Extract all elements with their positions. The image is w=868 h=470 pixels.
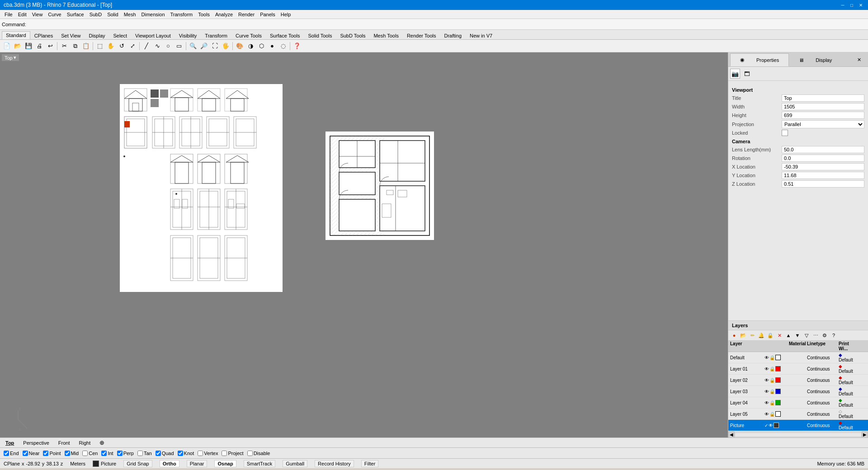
scroll-right-arrow[interactable]: ▶ bbox=[862, 432, 868, 438]
zoom-all-icon[interactable]: ⛶ bbox=[210, 41, 220, 51]
layer-color-swatch[interactable] bbox=[775, 389, 781, 394]
viewport-label[interactable]: Top ▾ bbox=[2, 54, 19, 61]
osnap-checkbox-int[interactable] bbox=[101, 451, 107, 456]
menu-item-view[interactable]: View bbox=[29, 10, 46, 19]
list-item[interactable]: Layer 04 👁 🔒 Continuous ◆ Default bbox=[728, 397, 868, 409]
layer-lock-icon[interactable]: 🔒 bbox=[769, 412, 775, 417]
toolbar-tab-select[interactable]: Select bbox=[109, 32, 132, 39]
filter-icon[interactable]: ▽ bbox=[802, 331, 811, 339]
osnap-checkbox-tan[interactable] bbox=[137, 451, 143, 456]
osnap-checkbox-end[interactable] bbox=[4, 451, 9, 456]
menu-item-file[interactable]: File bbox=[2, 10, 15, 19]
toolbar-tab-new-in-v7[interactable]: New in V7 bbox=[466, 32, 496, 39]
record-history-button[interactable]: Record History bbox=[315, 460, 354, 467]
osnap-button[interactable]: Osnap bbox=[214, 460, 236, 467]
layer-visible-icon[interactable]: 👁 bbox=[764, 389, 769, 394]
filter-button[interactable]: Filter bbox=[361, 460, 378, 467]
rendered-icon[interactable]: ● bbox=[267, 41, 277, 51]
toolbar-tab-drafting[interactable]: Drafting bbox=[440, 32, 466, 39]
undo-icon[interactable]: ↩ bbox=[45, 41, 55, 51]
menu-item-transform[interactable]: Transform bbox=[168, 10, 196, 19]
list-item[interactable]: Picture ✓ 👁 Continuous ◆ Default bbox=[728, 420, 868, 431]
open-layers-icon[interactable]: 📂 bbox=[739, 331, 747, 339]
osnap-checkbox-knot[interactable] bbox=[178, 451, 183, 456]
scroll-left-arrow[interactable]: ◀ bbox=[728, 432, 735, 438]
viewport-dropdown-icon[interactable]: ▾ bbox=[14, 55, 16, 61]
menu-item-panels[interactable]: Panels bbox=[257, 10, 278, 19]
tab-perspective[interactable]: Perspective bbox=[21, 439, 51, 446]
move-up-icon[interactable]: ▲ bbox=[784, 331, 793, 339]
smarttrack-button[interactable]: SmartTrack bbox=[244, 460, 275, 467]
list-item[interactable]: Default 👁 🔒 Continuous ◆ Default bbox=[728, 352, 868, 363]
layer-lock-icon[interactable]: 🔒 bbox=[769, 389, 775, 394]
osnap-checkbox-disable[interactable] bbox=[247, 451, 253, 456]
grid-snap-button[interactable]: Grid Snap bbox=[123, 460, 152, 467]
toolbar-tab-solid-tools[interactable]: Solid Tools bbox=[304, 32, 336, 39]
layer-color-swatch[interactable] bbox=[775, 400, 781, 405]
prop-locked-checkbox[interactable] bbox=[782, 130, 788, 136]
maximize-button[interactable]: □ bbox=[848, 1, 855, 9]
pan-icon[interactable]: 🖐 bbox=[221, 41, 231, 51]
osnap-checkbox-perp[interactable] bbox=[117, 451, 123, 456]
move-down-icon[interactable]: ▼ bbox=[793, 331, 802, 339]
tab-front[interactable]: Front bbox=[57, 439, 72, 446]
tab-right[interactable]: Right bbox=[77, 439, 93, 446]
wireframe-icon[interactable]: ⬡ bbox=[256, 41, 266, 51]
panel-close-button[interactable]: ✕ bbox=[852, 55, 866, 65]
more-layer-options-icon[interactable]: ⋯ bbox=[811, 331, 820, 339]
layer-color-swatch[interactable] bbox=[775, 366, 781, 371]
toolbar-tab-set-view[interactable]: Set View bbox=[57, 32, 85, 39]
close-button[interactable]: ✕ bbox=[857, 1, 864, 9]
tab-properties[interactable]: ◉ Properties bbox=[730, 53, 789, 66]
menu-item-tools[interactable]: Tools bbox=[195, 10, 212, 19]
ortho-button[interactable]: Ortho bbox=[160, 460, 179, 467]
list-item[interactable]: Layer 03 👁 🔒 Continuous ◆ Default bbox=[728, 386, 868, 397]
menu-item-dimension[interactable]: Dimension bbox=[139, 10, 168, 19]
circle-icon[interactable]: ○ bbox=[163, 41, 173, 51]
osnap-checkbox-mid[interactable] bbox=[65, 451, 70, 456]
save-icon[interactable]: 💾 bbox=[24, 41, 33, 51]
help-icon[interactable]: ❓ bbox=[292, 41, 302, 51]
toolbar-tab-curve-tools[interactable]: Curve Tools bbox=[231, 32, 266, 39]
toolbar-tab-standard[interactable]: Standard bbox=[2, 31, 30, 39]
menu-item-curve[interactable]: Curve bbox=[45, 10, 64, 19]
tab-display[interactable]: 🖥 Display bbox=[789, 54, 842, 66]
osnap-checkbox-quad[interactable] bbox=[156, 451, 161, 456]
osnap-checkbox-vertex[interactable] bbox=[198, 451, 203, 456]
bell-icon[interactable]: 🔔 bbox=[757, 331, 765, 339]
lock-layer-icon[interactable]: 🔒 bbox=[766, 331, 774, 339]
open-icon[interactable]: 📂 bbox=[13, 41, 23, 51]
toolbar-tab-visibility[interactable]: Visibility bbox=[175, 32, 201, 39]
osnap-checkbox-project[interactable] bbox=[222, 451, 227, 456]
menu-item-help[interactable]: Help bbox=[278, 10, 294, 19]
display-props-icon[interactable]: 🗔 bbox=[742, 69, 752, 79]
layer-visible-icon[interactable]: 👁 bbox=[764, 367, 769, 371]
layer-lock-icon[interactable]: 🔒 bbox=[769, 367, 775, 371]
command-input[interactable] bbox=[28, 22, 209, 27]
layer-visible-icon[interactable]: 👁 bbox=[769, 423, 773, 428]
layer-color-swatch[interactable] bbox=[774, 423, 779, 428]
print-icon[interactable]: 🖨 bbox=[34, 41, 44, 51]
camera-view-icon[interactable]: 📷 bbox=[730, 69, 740, 79]
layer-lock-icon[interactable]: 🔒 bbox=[769, 400, 775, 405]
render-icon[interactable]: 🎨 bbox=[235, 41, 245, 51]
viewport-area[interactable]: Top ▾ bbox=[0, 52, 728, 437]
toolbar-tab-cplanes[interactable]: CPlanes bbox=[30, 32, 57, 39]
layer-visible-icon[interactable]: 👁 bbox=[764, 378, 769, 383]
add-viewport-button[interactable]: ⊕ bbox=[98, 438, 106, 447]
menu-item-render[interactable]: Render bbox=[236, 10, 257, 19]
menu-item-mesh[interactable]: Mesh bbox=[121, 10, 139, 19]
settings-layer-icon[interactable]: ⚙ bbox=[821, 331, 829, 339]
move-icon[interactable]: ✋ bbox=[106, 41, 116, 51]
layer-check-icon[interactable]: ✓ bbox=[764, 423, 768, 428]
menu-item-edit[interactable]: Edit bbox=[15, 10, 29, 19]
osnap-checkbox-near[interactable] bbox=[23, 451, 28, 456]
prop-projection-select[interactable]: Parallel Perspective bbox=[782, 120, 864, 128]
layer-lock-icon[interactable]: 🔒 bbox=[769, 378, 775, 383]
new-icon[interactable]: 📄 bbox=[2, 41, 12, 51]
zoom-in-icon[interactable]: 🔍 bbox=[188, 41, 198, 51]
minimize-button[interactable]: ─ bbox=[839, 1, 846, 9]
menu-item-solid[interactable]: Solid bbox=[104, 10, 121, 19]
osnap-checkbox-cen[interactable] bbox=[82, 451, 88, 456]
ghosted-icon[interactable]: ◌ bbox=[278, 41, 288, 51]
